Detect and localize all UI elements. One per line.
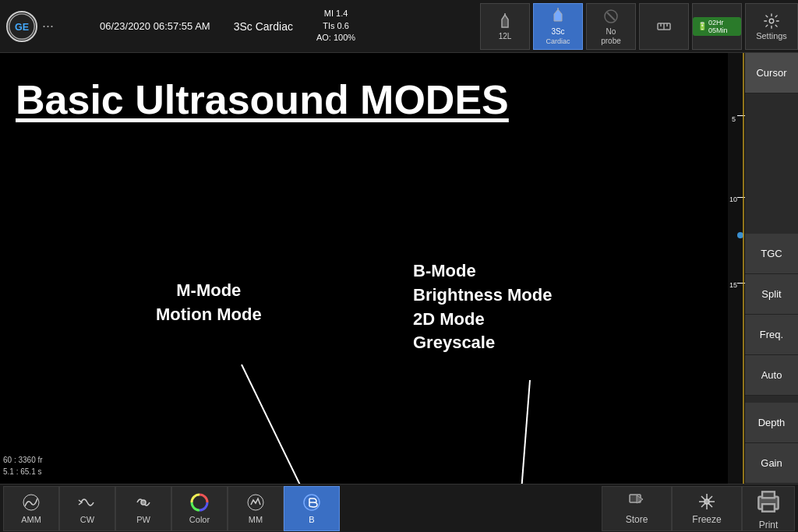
mm-button[interactable]: MM (228, 486, 284, 531)
battery-button[interactable]: 🔋 02Hr 05Min (692, 3, 742, 50)
store-label: Store (626, 514, 648, 525)
battery-icon: 🔋 (697, 22, 707, 30)
bottom-stats: 60 : 3360 fr 5.1 : 65.1 s (3, 454, 43, 477)
scale-container: 5 10 15 (728, 53, 745, 484)
svg-point-16 (141, 500, 146, 505)
slide-title: Basic Ultrasound MODES (16, 76, 509, 123)
svg-text:GE: GE (15, 22, 29, 33)
svg-rect-29 (762, 491, 775, 498)
scale-line (743, 53, 744, 484)
b-label: B (309, 515, 314, 524)
mmode-annotation: M-Mode Motion Mode (156, 279, 262, 327)
topbar-datetime: 06/23/2020 06:57:55 AM (100, 20, 210, 32)
settings-label: Settings (756, 31, 787, 41)
scale-mark-15: 15 (729, 281, 737, 289)
bottombar: AMM CW PW Color MM (0, 484, 798, 532)
svg-line-13 (521, 380, 530, 484)
svg-line-11 (242, 365, 308, 484)
auto-button[interactable]: Auto (745, 355, 798, 396)
freeze-label: Freeze (692, 514, 721, 525)
scale-mark-10: 10 (729, 196, 737, 203)
color-label: Color (189, 515, 210, 524)
probe-3sc-label: 3Sc (551, 27, 564, 36)
pw-label: PW (136, 515, 150, 524)
svg-line-5 (607, 12, 615, 20)
settings-button[interactable]: Settings (745, 3, 798, 50)
stat-frames: 60 : 3360 fr (3, 454, 43, 466)
ge-logo: GE (6, 11, 37, 42)
topbar: GE ··· 06/23/2020 06:57:55 AM 3Sc Cardia… (0, 0, 798, 53)
probe-3sc-button[interactable]: 3Sc Cardiac (533, 3, 583, 50)
topbar-probe-label: 3Sc Cardiac (234, 20, 293, 33)
color-button[interactable]: Color (171, 486, 228, 531)
tgc-button[interactable]: TGC (745, 234, 798, 274)
gain-button[interactable]: Gain (745, 443, 798, 484)
freeze-button[interactable]: Freeze (672, 486, 742, 531)
depth-button[interactable]: Depth (745, 403, 798, 443)
measurement-button[interactable] (639, 3, 689, 50)
freq-button[interactable]: Freq. (745, 315, 798, 355)
probe-12l-button[interactable]: 12L (480, 3, 530, 50)
print-label: Print (759, 520, 779, 530)
stat-time: 5.1 : 65.1 s (3, 466, 43, 477)
scale-mark-5: 5 (732, 115, 736, 123)
store-button[interactable]: Store (602, 486, 672, 531)
svg-point-26 (704, 499, 709, 504)
bmode-annotation: B-Mode Brightness Mode 2D Mode Greyscale (413, 259, 552, 355)
no-probe-button[interactable]: No probe (586, 3, 636, 50)
main-area: Basic Ultrasound MODES M-Mode Motion Mod… (0, 53, 798, 484)
svg-point-10 (769, 19, 774, 23)
mm-label: MM (249, 515, 263, 524)
probe-3sc-sub: Cardiac (546, 37, 570, 45)
topbar-tools: 12L 3Sc Cardiac No probe (480, 3, 798, 50)
amm-button[interactable]: AMM (3, 486, 59, 531)
right-sidebar: Cursor TGC Split Freq. Auto Depth Gain (745, 53, 798, 484)
print-button[interactable]: Print (742, 486, 795, 531)
cw-button[interactable]: CW (59, 486, 115, 531)
pw-button[interactable]: PW (115, 486, 171, 531)
b-button[interactable]: B (284, 486, 340, 531)
cursor-button[interactable]: Cursor (745, 53, 798, 93)
svg-rect-28 (762, 504, 775, 512)
cw-label: CW (80, 515, 94, 524)
battery-time: 02Hr 05Min (708, 19, 736, 34)
battery-display: 🔋 02Hr 05Min (693, 17, 741, 36)
probe-12l-label: 12L (499, 32, 512, 41)
split-button[interactable]: Split (745, 274, 798, 315)
topbar-mi: MI 1.4 TIs 0.6 AO: 100% (316, 8, 355, 44)
amm-label: AMM (21, 515, 41, 524)
no-probe-label: No probe (601, 27, 621, 46)
topbar-left: GE ··· (0, 11, 94, 42)
ultrasound-display: Basic Ultrasound MODES M-Mode Motion Mod… (0, 53, 728, 484)
menu-dots-icon[interactable]: ··· (42, 18, 54, 34)
